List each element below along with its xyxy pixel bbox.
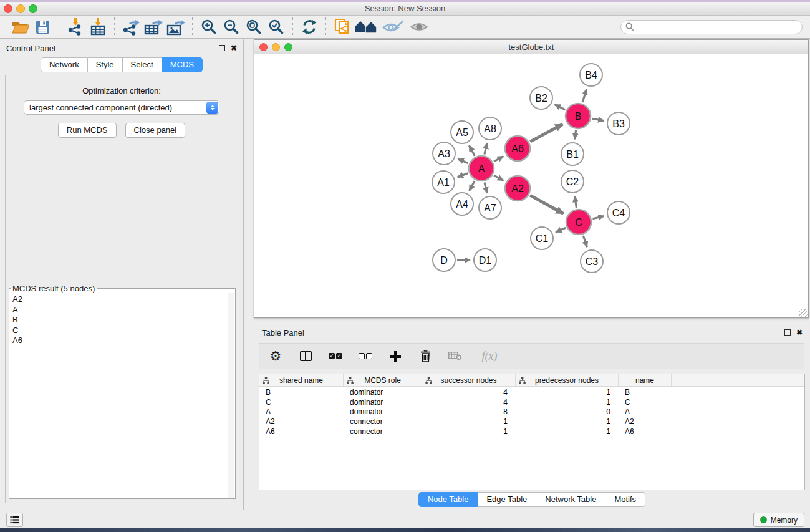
node-C4[interactable]: C4	[607, 201, 630, 224]
add-column-icon[interactable]	[388, 348, 403, 364]
open-session-icon[interactable]	[9, 17, 31, 37]
save-session-icon[interactable]	[31, 17, 54, 37]
delete-column-trash-icon[interactable]	[418, 348, 433, 364]
node-A8[interactable]: A8	[479, 117, 501, 140]
mcds-result-item[interactable]: C	[12, 326, 228, 336]
import-table-icon[interactable]	[87, 17, 109, 37]
run-mcds-button[interactable]: Run MCDS	[58, 123, 117, 138]
edge-A-A7[interactable]	[485, 183, 487, 193]
float-panel-icon[interactable]	[219, 45, 225, 51]
export-network-icon[interactable]	[120, 17, 142, 37]
edge-C-C1[interactable]	[556, 228, 566, 232]
float-table-panel-icon[interactable]	[784, 329, 791, 336]
node-A6[interactable]: A6	[505, 136, 530, 161]
edge-A6-B[interactable]	[530, 124, 562, 142]
mcds-result-item[interactable]: A2	[12, 294, 228, 305]
refresh-layout-icon[interactable]	[298, 17, 321, 37]
column-layout-icon[interactable]	[298, 348, 313, 364]
gear-icon[interactable]: ⚙	[268, 348, 283, 364]
node-B3[interactable]: B3	[607, 112, 630, 135]
column-header-predecessor-nodes[interactable]: predecessor nodes	[516, 374, 619, 386]
show-panel-eye-icon[interactable]	[406, 17, 432, 37]
import-network-icon[interactable]	[64, 17, 87, 37]
network-close-button[interactable]	[259, 43, 268, 51]
edge-A-A6[interactable]	[494, 157, 503, 162]
edge-A-A1[interactable]	[458, 173, 468, 177]
zoom-out-icon[interactable]	[220, 17, 243, 37]
edge-A2-C[interactable]	[530, 195, 563, 213]
node-A4[interactable]: A4	[451, 193, 473, 215]
zoom-fit-icon[interactable]	[243, 17, 265, 37]
tab-edge-table[interactable]: Edge Table	[478, 492, 536, 507]
node-B4[interactable]: B4	[580, 64, 602, 86]
edge-C-C2[interactable]	[575, 196, 577, 208]
column-header-name[interactable]: name	[619, 374, 672, 386]
edge-B-B1[interactable]	[575, 130, 576, 140]
tab-select[interactable]: Select	[123, 57, 162, 72]
tab-motifs[interactable]: Motifs	[605, 492, 645, 507]
table-row[interactable]: Bdominator41B	[259, 387, 804, 397]
tab-mcds[interactable]: MCDS	[162, 57, 203, 72]
edge-A-A3[interactable]	[458, 159, 468, 163]
node-B1[interactable]: B1	[561, 143, 584, 165]
close-window-button[interactable]	[4, 4, 12, 13]
node-C2[interactable]: C2	[561, 170, 584, 193]
hide-panel-eye-icon[interactable]	[380, 17, 406, 37]
close-panel-icon[interactable]: ✖	[231, 45, 237, 51]
home-view-icon[interactable]	[354, 17, 380, 37]
memory-button[interactable]: Memory	[753, 513, 804, 527]
node-A3[interactable]: A3	[433, 142, 455, 165]
tab-node-table[interactable]: Node Table	[418, 492, 478, 507]
column-header-MCDS-role[interactable]: MCDS role	[344, 374, 422, 386]
export-image-icon[interactable]	[165, 17, 187, 37]
node-B[interactable]: B	[566, 104, 591, 128]
edge-A-A5[interactable]	[469, 145, 475, 156]
edge-C-C4[interactable]	[592, 216, 604, 219]
optimization-criterion-select[interactable]: largest connected component (directed)	[24, 100, 219, 115]
edge-B-B2[interactable]	[555, 105, 566, 110]
node-A7[interactable]: A7	[479, 196, 501, 219]
task-history-button[interactable]	[6, 513, 23, 527]
mcds-result-item[interactable]: A6	[12, 336, 228, 346]
edge-A-A4[interactable]	[470, 181, 475, 191]
window-resize-grip[interactable]	[799, 309, 808, 317]
deselect-all-checkboxes-icon[interactable]	[358, 348, 373, 364]
close-table-panel-icon[interactable]: ✖	[796, 329, 803, 336]
zoom-selected-icon[interactable]	[265, 17, 287, 37]
column-header-shared-name[interactable]: shared name	[259, 374, 344, 386]
column-header-successor-nodes[interactable]: successor nodes	[422, 374, 516, 386]
network-canvas[interactable]: B4B2B3A8A5A3B1A1C2A4A7C4C1C3DD1BA6AA2C	[254, 54, 808, 317]
table-row[interactable]: Adominator80A	[259, 407, 804, 417]
network-minimize-button[interactable]	[272, 43, 280, 51]
tab-style[interactable]: Style	[88, 57, 123, 72]
node-A5[interactable]: A5	[451, 121, 473, 143]
node-A1[interactable]: A1	[432, 171, 455, 193]
network-window-titlebar[interactable]: testGlobe.txt	[254, 40, 808, 54]
edge-A-A2[interactable]	[494, 175, 503, 180]
mcds-result-list[interactable]: A2ABCA6	[10, 293, 228, 498]
node-C[interactable]: C	[566, 210, 591, 235]
node-B2[interactable]: B2	[530, 87, 552, 109]
minimize-window-button[interactable]	[16, 4, 25, 13]
tab-network[interactable]: Network	[41, 57, 88, 72]
node-C1[interactable]: C1	[531, 227, 553, 249]
zoom-in-icon[interactable]	[198, 17, 220, 37]
zoom-window-button[interactable]	[29, 4, 37, 13]
select-all-checkboxes-icon[interactable]: ✓✓	[328, 348, 343, 364]
search-input[interactable]	[620, 20, 803, 34]
close-panel-button[interactable]: Close panel	[125, 123, 186, 138]
node-D[interactable]: D	[433, 249, 455, 271]
node-D1[interactable]: D1	[474, 249, 496, 271]
mcds-result-item[interactable]: A	[12, 305, 228, 316]
edge-A-A8[interactable]	[485, 143, 487, 154]
export-table-icon[interactable]	[142, 17, 165, 37]
result-scrollbar[interactable]	[228, 293, 234, 498]
edge-C-C3[interactable]	[583, 236, 587, 247]
tab-network-table[interactable]: Network Table	[536, 492, 605, 507]
node-A2[interactable]: A2	[505, 176, 530, 201]
edge-B-B4[interactable]	[582, 89, 587, 102]
network-zoom-button[interactable]	[284, 43, 292, 51]
edge-B-B3[interactable]	[592, 118, 604, 120]
mcds-result-item[interactable]: B	[12, 315, 228, 326]
duplicate-network-icon[interactable]	[331, 17, 354, 37]
